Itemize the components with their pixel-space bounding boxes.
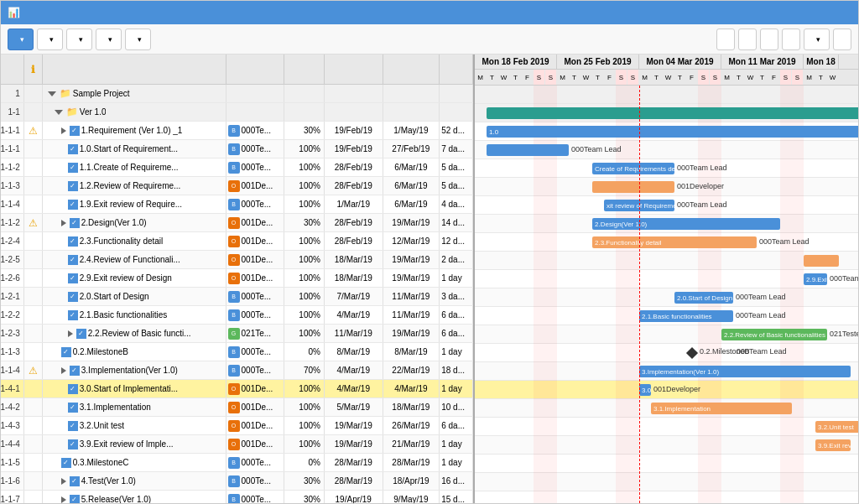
day-button[interactable]: ▾ <box>804 29 830 50</box>
gantt-bar[interactable]: 2.1.Basic functionalities <box>639 310 733 322</box>
gantt-bar-label: Create of Requirements definition <box>595 165 674 173</box>
gantt-cell <box>651 252 663 270</box>
gantt-cell <box>663 344 674 362</box>
gantt-bar[interactable]: 2.2.Review of Basic functionalities <box>721 329 827 340</box>
data-button[interactable]: ▾ <box>125 29 151 50</box>
cell-info <box>24 343 43 361</box>
save-button[interactable] <box>833 29 851 50</box>
cell-name: ✓2.2.Review of Basic functi... <box>43 325 226 342</box>
gantt-cell <box>827 86 839 104</box>
gantt-cell <box>510 491 522 504</box>
gantt-cell <box>780 215 792 233</box>
gantt-cell <box>804 178 815 196</box>
gantt-cell <box>569 473 580 491</box>
next-button[interactable] <box>782 29 800 50</box>
col-header-name <box>43 55 226 84</box>
cell-info <box>24 435 43 453</box>
table-row[interactable]: 1-1-2-3✓2.2.Review of Basic functi...G02… <box>1 325 473 343</box>
gantt-cell <box>604 86 616 104</box>
gantt-bar[interactable] <box>592 181 674 193</box>
gantt-bar[interactable]: 2.0.Start of Design <box>674 292 733 304</box>
gantt-bar[interactable]: 1.0 <box>487 126 858 138</box>
cell-duration: 12 d... <box>440 232 473 250</box>
gantt-cell <box>710 473 721 491</box>
today-button[interactable] <box>738 29 757 50</box>
gantt-bar[interactable]: 3.0.Start of Implementation <box>639 384 651 396</box>
table-row[interactable]: 1📁Sample Project <box>1 85 473 103</box>
cell-assignee: B000Te... <box>226 361 285 379</box>
table-row[interactable]: 1-1-2⚠✓2.Design(Ver 1.0)O001De...30%28/F… <box>1 214 473 232</box>
gantt-cell <box>674 325 686 344</box>
gantt-cell <box>592 344 604 362</box>
cell-finish: 8/Mar/19 <box>383 343 440 361</box>
gantt-bar[interactable]: 3.9.Exit review of I <box>815 439 851 451</box>
gantt-cell <box>475 270 487 288</box>
table-row[interactable]: 1-1-4-3✓3.2.Unit testO001De...100%19/Mar… <box>1 417 473 435</box>
gantt-bar[interactable]: 2.9.Exit review of Design <box>804 273 827 285</box>
edit-button[interactable]: ▾ <box>66 29 92 50</box>
gantt-cell <box>487 399 498 418</box>
table-row[interactable]: 1-1-3✓0.2.MilestoneBB000Te...0%8/Mar/198… <box>1 343 473 361</box>
gantt-bar[interactable]: 2.Design(Ver 1.0) <box>592 218 780 230</box>
gantt-cell <box>674 436 686 455</box>
table-row[interactable]: 1-1-1-2✓1.1.Create of Requireme...B000Te… <box>1 158 473 177</box>
gantt-cell <box>804 491 815 504</box>
gantt-cell <box>757 436 768 455</box>
gantt-cell <box>804 307 815 325</box>
table-row[interactable]: 1-1-1-4✓1.9.Exit review of Require...B00… <box>1 195 473 214</box>
prev-button[interactable] <box>760 29 778 50</box>
table-row[interactable]: 1-1-4-2✓3.1.ImplementationO001De...100%5… <box>1 398 473 417</box>
table-row[interactable]: 1-1-5✓0.3.MilestoneCB000Te...0%28/Mar/19… <box>1 454 473 472</box>
gantt-body[interactable]: 1.0000Team Lead000Team LeadCreate of Req… <box>475 86 858 503</box>
table-row[interactable]: 1-1-1-1✓1.0.Start of Requirement...B000T… <box>1 140 473 158</box>
assignee-name: 000Te... <box>242 163 272 172</box>
checkbox-icon: ✓ <box>61 458 71 468</box>
gantt-row: 2.1.Basic functionalities000Team Lead <box>475 307 858 325</box>
jump-button[interactable] <box>716 29 735 50</box>
gantt-bar[interactable]: xit review of Requirements definition <box>604 200 674 211</box>
gantt-cell <box>557 233 569 252</box>
view-button[interactable]: ▾ <box>96 29 122 50</box>
table-row[interactable]: 1-2-6✓2.9.Exit review of DesignO001De...… <box>1 269 473 288</box>
table-row[interactable]: 1-1-1-3✓1.2.Review of Requireme...O001De… <box>1 177 473 195</box>
gantt-bar-label: 3.9.Exit review of I <box>818 442 851 449</box>
gantt-cell <box>475 159 487 178</box>
table-row[interactable]: 1-2-5✓2.4.Review of Functionali...O001De… <box>1 251 473 269</box>
table-row[interactable]: 1-1-6✓4.Test(Ver 1.0)B000Te...30%28/Mar/… <box>1 472 473 491</box>
gantt-bar[interactable] <box>487 144 569 156</box>
gantt-bar[interactable] <box>487 107 858 119</box>
table-row[interactable]: 1-1-1⚠✓1.Requirement (Ver 1.0) _1B000Te.… <box>1 122 473 140</box>
table-row[interactable]: 1-2-4✓2.3.Functionality detailO001De...1… <box>1 232 473 251</box>
gantt-bar[interactable]: 3.Implementation(Ver 1.0) <box>639 366 851 377</box>
add-button[interactable]: ▾ <box>8 29 34 50</box>
table-row[interactable]: 1-1-2-2✓2.1.Basic functionalitiesB000Te.… <box>1 306 473 325</box>
table-row[interactable]: 1-1-7✓5.Release(Ver 1.0)B000Te...30%19/A… <box>1 491 473 503</box>
avatar: B <box>228 143 240 155</box>
gantt-cell <box>792 178 804 196</box>
table-row[interactable]: 1-1📁Ver 1.0 <box>1 103 473 122</box>
delete-button[interactable]: ▾ <box>37 29 63 50</box>
gantt-bar[interactable]: Create of Requirements definition <box>592 163 674 174</box>
table-row[interactable]: 1-1-4-4✓3.9.Exit review of Imple...O001D… <box>1 435 473 454</box>
table-row[interactable]: 1-1-4-1✓3.0.Start of Implementati...O001… <box>1 380 473 398</box>
gantt-cell <box>733 381 745 399</box>
gantt-bar[interactable]: 2.3.Functionality detail <box>592 236 757 248</box>
assignee-name: 000Te... <box>242 347 272 356</box>
gantt-cell <box>827 196 839 215</box>
checkbox-icon: ✓ <box>70 476 80 486</box>
gantt-bar[interactable] <box>804 255 839 267</box>
cell-duration: 6 da... <box>440 325 473 342</box>
cell-start: 28/Feb/19 <box>325 158 383 176</box>
table-row[interactable]: 1-1-2-1✓2.0.Start of DesignB000Te...100%… <box>1 288 473 306</box>
gantt-cell <box>498 418 510 436</box>
cell-info <box>24 177 43 195</box>
gantt-cell <box>545 399 557 418</box>
gantt-bar[interactable]: 3.2.Unit test <box>815 421 858 433</box>
gantt-cell <box>487 455 498 473</box>
cell-num: 1-2-5 <box>1 251 24 268</box>
gantt-bar[interactable]: 3.1.Implementation <box>651 403 792 414</box>
task-name-text: 1.9.Exit review of Require... <box>80 200 182 209</box>
assignee-name: 001De... <box>242 218 273 227</box>
table-row[interactable]: 1-1-4⚠✓3.Implementation(Ver 1.0)B000Te..… <box>1 361 473 380</box>
gantt-cell <box>522 270 534 288</box>
